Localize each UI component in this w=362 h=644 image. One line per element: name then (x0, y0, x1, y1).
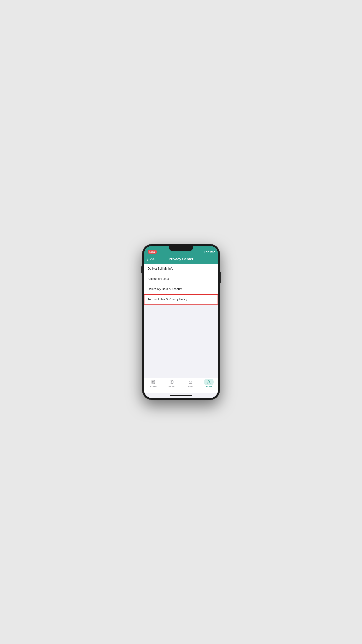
tab-earned[interactable]: $ Earned (163, 380, 181, 388)
menu-item-access-data[interactable]: Access My Data (144, 274, 218, 284)
profile-icon (206, 380, 211, 384)
svg-text:$: $ (171, 381, 172, 383)
inbox-icon (188, 380, 193, 384)
menu-item-do-not-sell[interactable]: Do Not Sell My Info (144, 264, 218, 274)
tab-profile[interactable]: Profile (199, 380, 218, 388)
profile-label: Profile (206, 385, 212, 388)
home-bar (170, 395, 192, 396)
status-time: 18:03 (148, 250, 157, 254)
notch (169, 246, 193, 251)
back-chevron-icon: ‹ (147, 258, 148, 261)
surveys-icon (151, 380, 156, 384)
empty-content-area (144, 304, 218, 378)
tab-inbox[interactable]: Inbox (181, 380, 199, 388)
menu-item-delete-data[interactable]: Delete My Data & Account (144, 284, 218, 294)
phone-frame: 18:03 ‹ Ba (142, 244, 220, 400)
earned-icon: $ (169, 380, 174, 384)
wifi-icon (206, 251, 209, 253)
home-indicator (144, 393, 218, 398)
page-title: Privacy Center (169, 257, 193, 261)
menu-item-terms[interactable]: Terms of Use & Privacy Policy (144, 294, 218, 304)
back-button[interactable]: ‹ Back (147, 258, 155, 261)
battery-icon (210, 251, 214, 253)
tab-surveys[interactable]: Surveys (144, 380, 163, 388)
surveys-label: Surveys (150, 385, 157, 388)
inbox-label: Inbox (188, 385, 193, 388)
tab-bar: Surveys $ Earned (144, 378, 218, 393)
signal-icon (202, 251, 205, 253)
content-area: Do Not Sell My Info Access My Data Delet… (144, 264, 218, 378)
back-label: Back (149, 258, 155, 261)
earned-label: Earned (168, 385, 175, 388)
menu-list: Do Not Sell My Info Access My Data Delet… (144, 264, 218, 304)
svg-point-3 (208, 380, 209, 382)
status-icons (202, 251, 214, 253)
nav-header: ‹ Back Privacy Center (144, 255, 218, 264)
phone-screen: 18:03 ‹ Ba (144, 246, 218, 398)
